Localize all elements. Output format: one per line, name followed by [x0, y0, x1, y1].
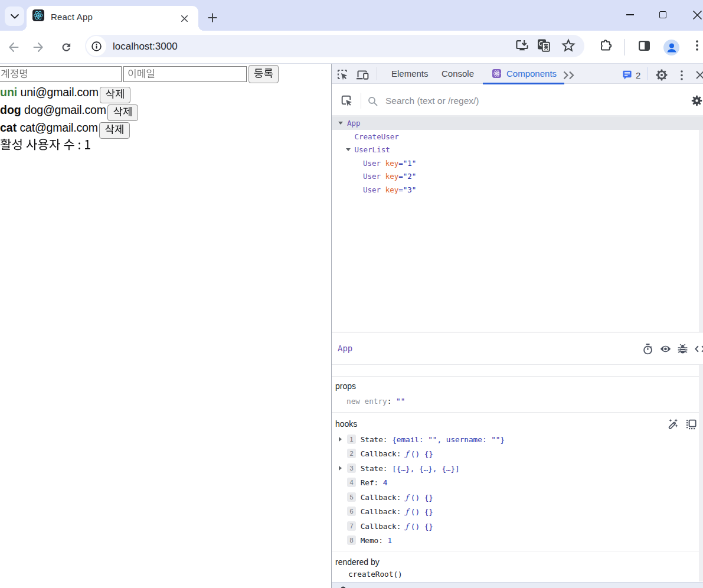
devtools-inspect-button[interactable]: [336, 68, 348, 80]
prop-entry[interactable]: new entry: "": [346, 397, 405, 406]
side-panel-button[interactable]: [635, 37, 653, 54]
tab-search-button[interactable]: [5, 6, 24, 26]
side-panel-icon: [639, 41, 650, 51]
section-border: [332, 551, 703, 551]
function-glyph: ƒ: [406, 449, 411, 458]
profile-avatar[interactable]: [663, 40, 679, 55]
register-button[interactable]: [248, 65, 279, 83]
hook-row-4[interactable]: 4 Ref: 4: [332, 475, 698, 489]
expand-triangle-icon[interactable]: [339, 437, 342, 442]
delete-user-button[interactable]: [99, 122, 130, 139]
back-button[interactable]: [3, 37, 24, 58]
account-input[interactable]: [0, 66, 122, 82]
hook-index-badge: 5: [347, 492, 356, 502]
user-email: dog@gmail.com: [21, 103, 106, 116]
user-email: cat@gmail.com: [17, 121, 98, 134]
devtools-close-icon: [696, 71, 703, 79]
hook-row-1[interactable]: 1 State: {email: "", username: ""}: [332, 432, 698, 446]
hook-index-badge: 6: [347, 507, 356, 516]
hook-row-3[interactable]: 3 State: [{…}, {…}, {…}]: [332, 461, 698, 475]
back-arrow-icon: [8, 41, 19, 53]
user-name: dog: [0, 103, 21, 116]
translate-button[interactable]: [535, 37, 552, 54]
devtools-close-button[interactable]: [696, 71, 703, 79]
tab-close-icon[interactable]: [180, 14, 189, 23]
tree-row-userlist[interactable]: UserList: [332, 143, 703, 156]
tree-row-createuser[interactable]: CreateUser: [332, 130, 703, 143]
section-border: [332, 412, 703, 413]
hook-index-badge: 1: [347, 435, 356, 444]
devtools-tab-console[interactable]: Console: [442, 64, 474, 83]
devtools-more-tabs-button[interactable]: [561, 70, 577, 80]
devtools-scrollbar-track[interactable]: [699, 130, 703, 332]
components-search-input[interactable]: Search (text or /regex/): [385, 96, 479, 106]
devtools-tab-components[interactable]: Components: [492, 64, 557, 83]
components-gear-icon: [691, 95, 702, 106]
tree-row-app[interactable]: App: [332, 116, 703, 130]
details-scrollbar-track[interactable]: [699, 365, 703, 582]
search-icon[interactable]: [367, 96, 378, 106]
bookmark-button[interactable]: [560, 37, 577, 54]
window-maximize-button[interactable]: [659, 11, 666, 18]
extensions-button[interactable]: [597, 37, 615, 54]
hook-row-5[interactable]: 5 Callback: ƒ () {}: [332, 490, 698, 504]
issues-message-icon: [623, 70, 632, 80]
debug-log-button[interactable]: [677, 343, 688, 355]
profiler-timing-button[interactable]: [642, 343, 653, 355]
parse-hook-names-button[interactable]: [667, 418, 679, 430]
forward-button[interactable]: [28, 37, 49, 58]
expand-triangle-icon[interactable]: [346, 148, 351, 151]
chevron-double-right-icon: [563, 71, 576, 80]
inspect-dom-button[interactable]: [659, 344, 671, 354]
react-favicon: [32, 9, 44, 21]
page-content: uni uni@gmail.com dog dog@gmail.com cat …: [0, 64, 331, 588]
device-toolbar-button[interactable]: [355, 69, 370, 80]
function-glyph: ƒ: [406, 493, 411, 502]
install-app-button[interactable]: [513, 37, 531, 54]
view-source-button[interactable]: [695, 344, 703, 354]
hook-row-6[interactable]: 6 Callback: ƒ () {}: [332, 504, 698, 518]
rendered-by-value[interactable]: createRoot(): [348, 570, 403, 579]
hooks-section-label: hooks: [335, 419, 357, 429]
copy-hooks-button[interactable]: [685, 419, 697, 430]
user-row: cat cat@gmail.com: [0, 119, 331, 136]
expand-triangle-icon[interactable]: [339, 466, 342, 471]
extensions-puzzle-icon: [600, 39, 613, 52]
expand-triangle-icon[interactable]: [338, 122, 343, 125]
hook-row-2[interactable]: 2 Callback: ƒ () {}: [332, 446, 698, 460]
bookmark-star-icon: [561, 38, 576, 53]
props-section-label: props: [335, 381, 356, 391]
email-input[interactable]: [123, 66, 247, 82]
site-info-button[interactable]: [86, 36, 106, 56]
devtools-issues-button[interactable]: [621, 70, 633, 80]
issues-count[interactable]: 2: [636, 70, 640, 80]
hook-row-7[interactable]: 7 Callback: ƒ () {}: [332, 519, 698, 533]
select-component-button[interactable]: [341, 94, 352, 106]
email-placeholder-text: [127, 69, 155, 80]
delete-user-button[interactable]: [100, 87, 130, 103]
components-settings-button[interactable]: [691, 94, 702, 106]
site-info-icon: [91, 41, 102, 51]
devtools-tab-elements[interactable]: Elements: [391, 64, 429, 83]
devtools-settings-button[interactable]: [656, 69, 668, 81]
tree-row-user-2[interactable]: User key="2": [332, 169, 703, 183]
rendered-by-label: rendered by: [335, 557, 380, 567]
search-row-divider: [361, 93, 361, 109]
tree-row-user-1[interactable]: User key="1": [332, 156, 703, 170]
tree-row-user-3[interactable]: User key="3": [332, 183, 703, 197]
browser-menu-button[interactable]: [688, 37, 703, 54]
react-components-icon: [492, 69, 501, 78]
window-close-button[interactable]: [693, 11, 702, 19]
stopwatch-icon: [643, 344, 653, 355]
new-tab-button[interactable]: [207, 12, 218, 23]
window-minimize-button[interactable]: [626, 14, 634, 15]
delete-user-button[interactable]: [107, 104, 138, 121]
hook-row-8[interactable]: 8 Memo: 1: [332, 533, 698, 547]
copy-dashed-icon: [686, 419, 697, 430]
user-list: uni uni@gmail.com dog dog@gmail.com cat …: [0, 83, 331, 136]
reload-button[interactable]: [55, 37, 77, 58]
person-icon: [666, 42, 678, 54]
translate-icon: [537, 39, 550, 52]
devtools-menu-button[interactable]: [678, 70, 686, 80]
url-text[interactable]: localhost:3000: [113, 41, 178, 53]
